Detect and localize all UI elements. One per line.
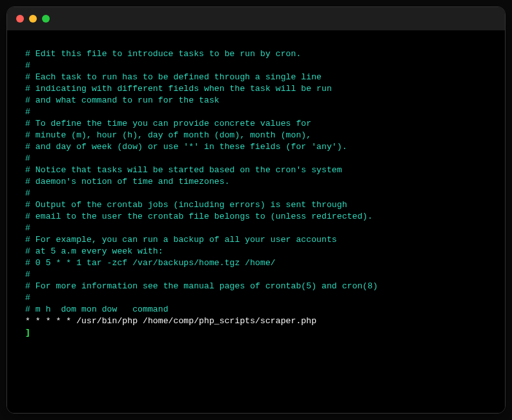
cursor-icon: ] [25, 328, 30, 337]
crontab-comment-line: # at 5 a.m every week with: [25, 246, 163, 256]
crontab-comment-line: # Notice that tasks will be started base… [25, 165, 342, 175]
crontab-comment-line: # indicating with different fields when … [25, 84, 332, 94]
crontab-comment-line: # [25, 107, 30, 117]
crontab-comment-line: # minute (m), hour (h), day of month (do… [25, 130, 311, 140]
crontab-comment-line: # Edit this file to introduce tasks to b… [25, 49, 301, 59]
crontab-comment-line: # For more information see the manual pa… [25, 281, 378, 291]
terminal-window: # Edit this file to introduce tasks to b… [6, 6, 506, 414]
crontab-comment-line: # email to the user the crontab file bel… [25, 212, 373, 221]
crontab-comment-line: # [25, 61, 30, 70]
crontab-comment-line: # m h dom mon dow command [25, 305, 169, 314]
crontab-command-line: * * * * * /usr/bin/php /home/comp/php_sc… [25, 316, 316, 326]
crontab-comment-line: # and day of week (dow) or use '*' in th… [25, 142, 347, 152]
minimize-icon[interactable] [29, 15, 37, 23]
crontab-comment-line: # and what command to run for the task [25, 95, 220, 105]
crontab-comment-line: # [25, 270, 30, 279]
crontab-comment-line: # [25, 293, 30, 303]
close-icon[interactable] [16, 15, 24, 23]
crontab-comment-line: # daemon's notion of time and timezones. [25, 177, 230, 186]
terminal-body[interactable]: # Edit this file to introduce tasks to b… [7, 30, 505, 413]
titlebar [7, 7, 505, 30]
crontab-comment-line: # [25, 188, 30, 198]
crontab-comment-line: # For example, you can run a backup of a… [25, 235, 337, 245]
crontab-comment-line: # [25, 223, 30, 233]
crontab-comment-line: # To define the time you can provide con… [25, 119, 311, 128]
crontab-comment-line: # [25, 154, 30, 163]
crontab-comment-line: # Output of the crontab jobs (including … [25, 200, 347, 210]
crontab-comment-line: # Each task to run has to be defined thr… [25, 72, 322, 82]
crontab-comment-line: # 0 5 * * 1 tar -zcf /var/backups/home.t… [25, 258, 276, 268]
zoom-icon[interactable] [42, 15, 50, 23]
